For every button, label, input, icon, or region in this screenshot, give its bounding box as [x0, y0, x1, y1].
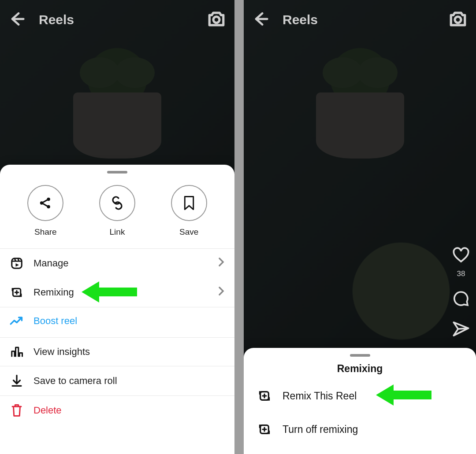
- delete-row[interactable]: Delete: [0, 396, 234, 425]
- share-button[interactable]: [27, 185, 63, 221]
- remix-icon: [257, 389, 272, 403]
- sheet-title: Remixing: [244, 363, 476, 375]
- action-sheet: Share Link Save Manage: [0, 165, 234, 454]
- turn-off-label: Turn off remixing: [283, 424, 358, 436]
- save-button[interactable]: [171, 185, 207, 221]
- screenshot-right: Reels 38 Remixing Remix This Reel: [244, 0, 476, 454]
- page-title: Reels: [39, 12, 74, 27]
- remix-icon: [257, 422, 272, 436]
- manage-icon: [10, 257, 24, 270]
- screenshot-left: Reels Share Link Sa: [0, 0, 234, 454]
- engagement-column: 38: [452, 247, 470, 339]
- turn-off-remixing-row[interactable]: Turn off remixing: [244, 413, 476, 446]
- remix-this-label: Remix This Reel: [283, 390, 357, 402]
- comment-icon[interactable]: [452, 290, 470, 309]
- manage-row[interactable]: Manage: [0, 249, 234, 278]
- svg-point-0: [213, 17, 219, 23]
- insights-icon: [10, 346, 24, 358]
- delete-label: Delete: [33, 405, 62, 416]
- svg-point-7: [455, 17, 461, 23]
- insights-label: View insights: [33, 346, 90, 358]
- camera-icon[interactable]: [449, 10, 467, 30]
- download-icon: [10, 374, 24, 388]
- remixing-label: Remixing: [33, 287, 74, 298]
- quick-actions-row: Share Link Save: [0, 181, 234, 248]
- view-insights-row[interactable]: View insights: [0, 338, 234, 366]
- top-bar: Reels: [244, 0, 476, 40]
- annotation-arrow: [376, 383, 431, 407]
- boost-reel-row[interactable]: Boost reel: [0, 307, 234, 335]
- trash-icon: [10, 404, 24, 417]
- remixing-row[interactable]: Remixing: [0, 278, 234, 307]
- sheet-grabber[interactable]: [350, 354, 370, 357]
- back-icon[interactable]: [253, 11, 269, 29]
- chevron-right-icon: [218, 286, 225, 299]
- svg-rect-4: [12, 258, 22, 269]
- camera-icon[interactable]: [207, 10, 226, 30]
- link-button[interactable]: [99, 185, 135, 221]
- like-count: 38: [457, 269, 465, 278]
- remix-icon: [10, 286, 24, 299]
- send-icon[interactable]: [452, 321, 470, 339]
- manage-label: Manage: [33, 258, 69, 269]
- save-camera-roll-row[interactable]: Save to camera roll: [0, 366, 234, 395]
- screenshot-gap: [234, 0, 244, 454]
- remix-this-reel-row[interactable]: Remix This Reel: [244, 379, 476, 413]
- annotation-arrow: [82, 280, 137, 304]
- page-title: Reels: [283, 12, 318, 27]
- share-label: Share: [34, 227, 57, 237]
- save-roll-label: Save to camera roll: [33, 375, 117, 387]
- like-icon[interactable]: [452, 247, 470, 265]
- sheet-grabber[interactable]: [107, 171, 127, 173]
- trend-up-icon: [10, 315, 24, 327]
- top-bar: Reels: [0, 0, 234, 40]
- back-icon[interactable]: [9, 11, 26, 29]
- svg-marker-9: [376, 384, 431, 406]
- save-label: Save: [179, 227, 198, 237]
- svg-marker-6: [82, 281, 137, 303]
- chevron-right-icon: [218, 257, 225, 269]
- boost-label: Boost reel: [33, 315, 77, 327]
- remixing-sheet: Remixing Remix This Reel Turn off remixi…: [244, 348, 476, 454]
- link-label: Link: [110, 227, 125, 237]
